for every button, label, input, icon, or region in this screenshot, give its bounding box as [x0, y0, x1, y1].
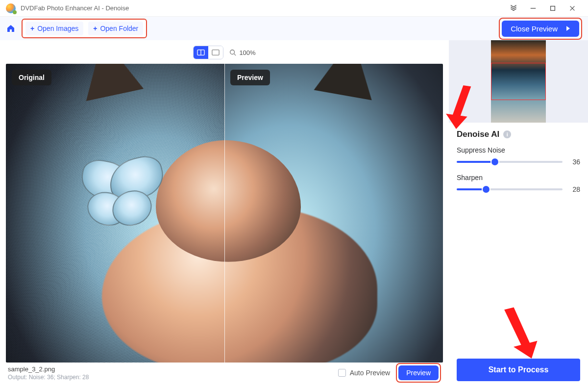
plus-icon: +	[30, 25, 34, 32]
slider-sharpen-thumb[interactable]	[483, 186, 490, 193]
home-icon	[6, 24, 16, 33]
auto-preview-toggle[interactable]: Auto Preview	[338, 369, 390, 377]
original-tag: Original	[12, 70, 51, 85]
compare-divider[interactable]	[224, 64, 225, 363]
close-button[interactable]	[563, 0, 582, 17]
plus-icon: +	[93, 25, 97, 32]
controls-panel: Denoise AI i Suppress Noise 36 Sharpen	[449, 123, 588, 389]
svg-line-9	[234, 54, 236, 56]
zoom-level: 100%	[239, 49, 255, 56]
maximize-button[interactable]	[543, 0, 563, 17]
maximize-icon	[549, 5, 556, 12]
slider-noise-track[interactable]	[457, 161, 563, 163]
start-process-label: Start to Process	[489, 365, 549, 374]
split-view-button[interactable]	[194, 46, 208, 59]
filename-text: sample_3_2.png	[8, 365, 89, 373]
open-folder-button[interactable]: + Open Folder	[88, 22, 143, 35]
close-preview-button[interactable]: Close Preview	[502, 21, 579, 37]
slider-sharpen-control[interactable]: 28	[457, 185, 580, 193]
svg-marker-4	[566, 26, 570, 31]
open-images-button[interactable]: + Open Images	[25, 22, 83, 35]
view-mode-toggle	[193, 46, 223, 59]
thumbnail-item[interactable]	[491, 40, 546, 123]
app-logo-icon	[6, 3, 16, 13]
slider-sharpen-label: Sharpen	[457, 174, 580, 182]
toolbar: + Open Images + Open Folder Close Previe…	[0, 17, 588, 40]
slider-sharpen-track[interactable]	[457, 188, 563, 190]
zoom-control[interactable]: 100%	[229, 49, 255, 56]
open-folder-label: Open Folder	[100, 25, 138, 32]
start-process-button[interactable]: Start to Process	[457, 359, 580, 381]
svg-rect-7	[212, 50, 219, 55]
open-images-label: Open Images	[37, 25, 78, 32]
content-area: 100% Original Preview sample_3_2.png Out…	[0, 40, 588, 389]
slider-noise-thumb[interactable]	[491, 158, 498, 165]
preview-canvas[interactable]: Original Preview	[6, 64, 443, 363]
original-half	[6, 64, 224, 363]
close-preview-highlight: Close Preview	[499, 18, 582, 40]
minimize-icon	[530, 5, 537, 12]
info-icon[interactable]: i	[503, 130, 511, 138]
preview-tag: Preview	[230, 70, 270, 85]
svg-rect-1	[551, 6, 555, 10]
chevron-right-icon	[565, 26, 570, 31]
auto-preview-label: Auto Preview	[350, 369, 390, 377]
open-buttons-group: + Open Images + Open Folder	[22, 19, 147, 38]
slider-sharpen: Sharpen 28	[457, 174, 580, 193]
main-panel: 100% Original Preview sample_3_2.png Out…	[0, 40, 449, 389]
output-settings-text: Output: Noise: 36; Sharpen: 28	[8, 374, 89, 381]
window-title: DVDFab Photo Enhancer AI - Denoise	[21, 4, 129, 12]
split-view-icon	[197, 49, 205, 56]
preview-button[interactable]: Preview	[398, 365, 439, 380]
window-menu-button[interactable]	[504, 0, 523, 17]
close-preview-label: Close Preview	[511, 25, 558, 33]
preview-button-label: Preview	[406, 369, 431, 377]
auto-preview-checkbox[interactable]	[338, 369, 346, 377]
section-header: Denoise AI i	[457, 130, 580, 139]
view-tools: 100%	[6, 44, 443, 61]
main-footer: sample_3_2.png Output: Noise: 36; Sharpe…	[6, 363, 443, 384]
slider-noise-control[interactable]: 36	[457, 158, 580, 166]
sidebar: Denoise AI i Suppress Noise 36 Sharpen	[449, 40, 588, 389]
close-icon	[569, 5, 576, 12]
triple-bar-icon	[510, 5, 517, 12]
slider-noise: Suppress Noise 36	[457, 146, 580, 166]
preview-button-highlight: Preview	[396, 363, 441, 383]
svg-point-8	[230, 50, 235, 54]
slider-sharpen-value: 28	[568, 185, 580, 193]
magnifier-icon	[229, 49, 236, 56]
single-view-button[interactable]	[208, 46, 223, 59]
titlebar: DVDFab Photo Enhancer AI - Denoise	[0, 0, 588, 17]
section-title: Denoise AI	[457, 130, 499, 139]
single-view-icon	[212, 49, 220, 56]
thumbnail-strip	[449, 40, 588, 123]
preview-half	[224, 64, 443, 363]
minimize-button[interactable]	[523, 0, 543, 17]
thumbnail-selection-box[interactable]	[491, 63, 546, 100]
home-button[interactable]	[6, 24, 16, 33]
slider-noise-value: 36	[568, 158, 580, 166]
slider-noise-label: Suppress Noise	[457, 146, 580, 154]
